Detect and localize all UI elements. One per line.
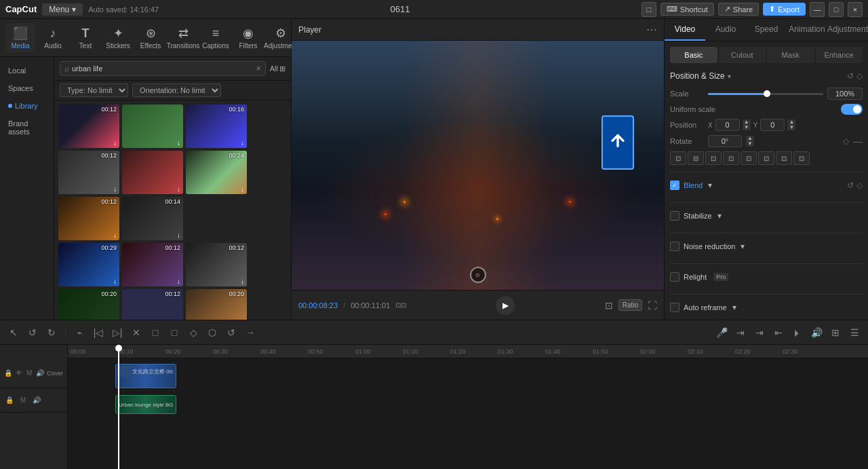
reset-button[interactable]: ↺ bbox=[847, 71, 854, 81]
toggle-switch[interactable] bbox=[841, 104, 863, 115]
toolbar-item-captions[interactable]: ≡ Captions bbox=[201, 24, 231, 52]
download-icon[interactable]: ↓ bbox=[177, 278, 180, 285]
download-icon[interactable]: ↓ bbox=[241, 278, 244, 285]
stabilize-checkbox[interactable] bbox=[670, 211, 679, 221]
media-thumb[interactable]: 00:20 ↓ bbox=[186, 289, 247, 320]
auto-reframe-check[interactable]: Auto reframe ▾ bbox=[670, 300, 736, 315]
blend-checkbox[interactable]: ✓ bbox=[670, 181, 679, 190]
toolbar-item-transitions[interactable]: ⇄ Transitions bbox=[168, 23, 198, 52]
download-icon[interactable]: ↓ bbox=[113, 231, 117, 239]
frame-markers-button[interactable]: ⊡⊡ bbox=[395, 301, 406, 309]
trim-end-button[interactable]: ▷| bbox=[109, 324, 125, 341]
media-thumb[interactable]: 00:12 ↓ bbox=[58, 105, 119, 148]
relight-checkbox[interactable] bbox=[670, 272, 679, 282]
download-icon[interactable]: ↓ bbox=[113, 139, 117, 147]
fullscreen-button[interactable]: ⛶ bbox=[648, 300, 657, 311]
keyframe-button[interactable]: ◇ bbox=[856, 71, 863, 81]
delete-button[interactable]: ✕ bbox=[128, 324, 144, 341]
track-volume-icon[interactable]: 🔊 bbox=[36, 368, 44, 379]
shortcut-button[interactable]: ⌨ Shortcut bbox=[660, 3, 714, 16]
orientation-filter-select[interactable]: Orientation: No limit bbox=[132, 83, 221, 97]
rotate-input[interactable] bbox=[708, 135, 742, 147]
media-thumb[interactable]: 00:12 ↓ bbox=[58, 151, 119, 194]
track-lock-icon[interactable]: 🔒 bbox=[4, 368, 12, 379]
sub-tab-mask[interactable]: Mask bbox=[767, 47, 814, 63]
media-thumb[interactable]: 00:29 ↓ bbox=[58, 243, 119, 286]
rotate-keyframe-button[interactable]: ◇ bbox=[843, 136, 849, 146]
settings-button[interactable]: ☰ bbox=[846, 324, 863, 341]
media-thumb[interactable]: 00:12 ↓ bbox=[58, 197, 119, 240]
toolbar-item-media[interactable]: ⬛ Media bbox=[5, 23, 35, 52]
noise-check[interactable]: Noise reduction ▾ bbox=[670, 239, 745, 254]
track-visible-icon[interactable]: 👁 bbox=[15, 368, 22, 379]
position-x-input[interactable] bbox=[715, 119, 740, 131]
media-thumb[interactable]: 00:16 ↓ bbox=[186, 105, 247, 148]
relight-check[interactable]: Relight Pro bbox=[670, 269, 728, 284]
tab-animation[interactable]: Animation bbox=[787, 19, 827, 41]
stabilize-check[interactable]: Stabilize ▾ bbox=[670, 208, 722, 223]
media-thumb[interactable]: 00:12 ↓ bbox=[122, 243, 183, 286]
flip-h-button[interactable]: — bbox=[853, 136, 863, 147]
download-icon[interactable]: ↓ bbox=[241, 139, 244, 147]
audio-lock-icon[interactable]: 🔒 bbox=[4, 395, 15, 406]
toolbar-item-stickers[interactable]: ✦ Stickers bbox=[103, 23, 133, 52]
align-extra2-button[interactable]: ⊡ bbox=[793, 151, 810, 165]
snap3-button[interactable]: ⇤ bbox=[770, 324, 787, 341]
tab-video[interactable]: Video bbox=[665, 19, 705, 41]
search-clear-button[interactable]: × bbox=[256, 64, 261, 73]
sub-tab-cutout[interactable]: Cutout bbox=[719, 47, 766, 63]
tab-adjustment[interactable]: Adjustment bbox=[827, 19, 868, 41]
scale-input[interactable] bbox=[827, 88, 863, 100]
share-button[interactable]: ↗ Share bbox=[718, 3, 759, 16]
sidebar-item-brand[interactable]: Brand assets bbox=[3, 115, 51, 140]
blend-check[interactable]: ✓ Blend ▾ bbox=[670, 178, 712, 193]
media-thumb[interactable]: ↓ bbox=[122, 105, 183, 148]
undo-button[interactable]: ↺ bbox=[24, 324, 41, 341]
align-right-button[interactable]: ⊡ bbox=[705, 151, 722, 165]
rotate-button[interactable]: ↺ bbox=[223, 324, 239, 341]
play-button[interactable]: ▶ bbox=[496, 296, 515, 315]
snap2-button[interactable]: ⇥ bbox=[751, 324, 768, 341]
tab-speed[interactable]: Speed bbox=[746, 19, 787, 41]
track-mute-icon[interactable]: M bbox=[25, 368, 33, 379]
download-icon[interactable]: ↓ bbox=[241, 185, 244, 193]
split-button[interactable]: ⌁ bbox=[71, 324, 87, 341]
media-thumb[interactable]: 00:12 ↓ bbox=[122, 289, 183, 320]
rotate-decrement-button[interactable]: ▼ bbox=[746, 141, 754, 147]
freeze-button[interactable]: ◇ bbox=[185, 324, 201, 341]
volume-button[interactable]: 🔊 bbox=[808, 324, 825, 341]
media-thumb[interactable]: 00:20 ↓ bbox=[58, 289, 119, 320]
scale-thumb[interactable] bbox=[764, 90, 770, 97]
fit-to-screen-button[interactable]: ⊡ bbox=[605, 300, 613, 311]
scale-slider-wrap[interactable] bbox=[708, 89, 823, 98]
type-filter-select[interactable]: Type: No limit bbox=[60, 83, 128, 97]
download-icon[interactable]: ↓ bbox=[177, 231, 180, 239]
position-y-input[interactable] bbox=[760, 119, 785, 131]
export-button[interactable]: ⬆ Export bbox=[763, 3, 806, 16]
media-thumb[interactable]: ↓ bbox=[122, 151, 183, 194]
align-left-button[interactable]: ⊡ bbox=[670, 151, 686, 165]
search-input[interactable] bbox=[72, 64, 254, 73]
sidebar-item-spaces[interactable]: Spaces bbox=[3, 80, 51, 96]
blend-keyframe-button[interactable]: ◇ bbox=[856, 181, 863, 190]
sidebar-item-local[interactable]: Local bbox=[3, 62, 51, 79]
sub-tab-enhance[interactable]: Enhance bbox=[816, 47, 863, 63]
window-maximize-button[interactable]: □ bbox=[829, 2, 844, 17]
audio-volume-icon[interactable]: 🔊 bbox=[31, 395, 42, 406]
window-minimize-button[interactable]: — bbox=[810, 2, 825, 17]
flip-button[interactable]: → bbox=[242, 324, 258, 341]
ratio-button[interactable]: Ratio bbox=[618, 299, 642, 311]
blend-reset-button[interactable]: ↺ bbox=[847, 181, 854, 190]
auto-reframe-checkbox[interactable] bbox=[670, 303, 679, 312]
trim-button[interactable]: |◁ bbox=[90, 324, 106, 341]
download-icon[interactable]: ↓ bbox=[113, 185, 117, 193]
align-extra-button[interactable]: ⊡ bbox=[776, 151, 792, 165]
sub-tab-basic[interactable]: Basic bbox=[670, 47, 717, 63]
media-thumb[interactable]: 00:24 ↓ bbox=[186, 151, 247, 194]
sidebar-item-library[interactable]: Library bbox=[3, 98, 51, 114]
tab-audio[interactable]: Audio bbox=[705, 19, 746, 41]
crop-button[interactable]: ⬡ bbox=[204, 324, 220, 341]
download-icon[interactable]: ↓ bbox=[177, 185, 180, 193]
player-menu-button[interactable]: ⋯ bbox=[646, 23, 657, 36]
align-top-button[interactable]: ⊡ bbox=[723, 151, 739, 165]
